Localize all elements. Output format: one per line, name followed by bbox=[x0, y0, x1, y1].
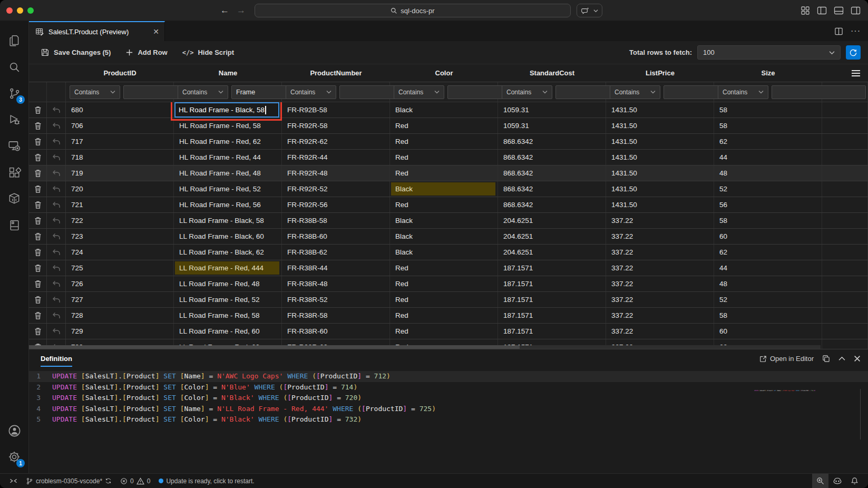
sidebar-item-search[interactable] bbox=[2, 54, 27, 80]
column-header-standardcost[interactable]: StandardCost bbox=[498, 69, 606, 77]
undo-row-button[interactable] bbox=[47, 165, 66, 181]
cell-size[interactable]: 58 bbox=[714, 118, 822, 133]
cell-name[interactable]: LL Road Frame - Red, 48 bbox=[174, 276, 282, 291]
delete-row-button[interactable] bbox=[29, 197, 47, 212]
undo-row-button[interactable] bbox=[47, 118, 66, 133]
accounts-button[interactable] bbox=[2, 417, 27, 444]
table-row[interactable]: 706HL Road Frame - Red, 58FR-R92R-58Red1… bbox=[29, 118, 868, 134]
code-line[interactable]: 5UPDATE [SalesLT].[Product] SET [Color] … bbox=[29, 414, 868, 425]
cell-name[interactable]: HL Road Frame - Red, 62 bbox=[174, 134, 282, 149]
cell-size[interactable]: 60 bbox=[714, 229, 822, 244]
chevron-up-icon[interactable] bbox=[838, 356, 845, 361]
cell-cost[interactable]: 204.6251 bbox=[498, 245, 606, 260]
hide-script-button[interactable]: </> Hide Script bbox=[182, 48, 234, 56]
undo-row-button[interactable] bbox=[47, 197, 66, 212]
cell-id[interactable]: 728 bbox=[66, 308, 174, 323]
cell-id[interactable]: 727 bbox=[66, 292, 174, 307]
cell-cost[interactable]: 187.1571 bbox=[498, 260, 606, 276]
cell-size[interactable]: 48 bbox=[714, 165, 822, 181]
column-header-productid[interactable]: ProductID bbox=[66, 69, 174, 77]
chevron-down-icon[interactable] bbox=[593, 9, 598, 13]
table-row[interactable]: 728LL Road Frame - Red, 58FR-R38R-58Red1… bbox=[29, 308, 868, 324]
column-header-productnumber[interactable]: ProductNumber bbox=[282, 69, 390, 77]
cell-price[interactable]: 337.22 bbox=[606, 308, 714, 323]
undo-row-button[interactable] bbox=[47, 292, 66, 307]
table-row[interactable]: 727LL Road Frame - Red, 52FR-R38R-52Red1… bbox=[29, 292, 868, 308]
cell-name[interactable]: HL Road Frame - Red, 52 bbox=[174, 181, 282, 197]
cell-number[interactable]: FR-R38B-58 bbox=[282, 213, 390, 228]
cell-cost[interactable]: 204.6251 bbox=[498, 229, 606, 244]
cell-id[interactable]: 717 bbox=[66, 134, 174, 149]
cell-color[interactable]: Red bbox=[390, 324, 498, 339]
cell-cost[interactable]: 187.1571 bbox=[498, 292, 606, 307]
column-header-name[interactable]: Name bbox=[174, 69, 282, 77]
cell-price[interactable]: 337.22 bbox=[606, 276, 714, 291]
cell-id[interactable]: 720 bbox=[66, 181, 174, 197]
cell-color[interactable]: Red bbox=[390, 197, 498, 212]
cell-name[interactable]: HL Road Frame - Black, 58 bbox=[174, 102, 282, 118]
cell-number[interactable]: FR-R38R-52 bbox=[282, 292, 390, 307]
undo-row-button[interactable] bbox=[47, 213, 66, 228]
delete-row-button[interactable] bbox=[29, 213, 47, 228]
code-line[interactable]: 3UPDATE [SalesLT].[Product] SET [Color] … bbox=[29, 393, 868, 404]
toggle-secondary-sidebar-icon[interactable] bbox=[851, 6, 861, 15]
cell-size[interactable]: 58 bbox=[714, 308, 822, 323]
code-line[interactable]: 4UPDATE [SalesLT].[Product] SET [Name] =… bbox=[29, 404, 868, 415]
settings-button[interactable]: 1 bbox=[2, 444, 27, 470]
delete-row-button[interactable] bbox=[29, 276, 47, 291]
cell-name[interactable]: HL Road Frame - Red, 48 bbox=[174, 165, 282, 181]
more-actions-icon[interactable]: ··· bbox=[851, 26, 861, 36]
customize-layout-icon[interactable] bbox=[801, 6, 810, 15]
cell-size[interactable]: 52 bbox=[714, 292, 822, 307]
close-panel-icon[interactable] bbox=[854, 355, 861, 362]
cell-id[interactable]: 680 bbox=[66, 102, 174, 118]
cell-number[interactable]: FR-R92R-52 bbox=[282, 181, 390, 197]
cell-id[interactable]: 706 bbox=[66, 118, 174, 133]
cell-color[interactable]: Red bbox=[390, 308, 498, 323]
sidebar-item-run-debug[interactable] bbox=[2, 106, 27, 133]
filter-operator-dropdown-productnumber[interactable]: Contains bbox=[286, 85, 336, 99]
total-rows-select[interactable]: 100 bbox=[697, 45, 841, 60]
cell-id[interactable]: 722 bbox=[66, 213, 174, 228]
cell-number[interactable]: FR-R92R-44 bbox=[282, 150, 390, 165]
table-row[interactable]: 717HL Road Frame - Red, 62FR-R92R-62Red8… bbox=[29, 134, 868, 150]
table-row[interactable]: 725LL Road Frame - Red, 444FR-R38R-44Red… bbox=[29, 260, 868, 276]
delete-row-button[interactable] bbox=[29, 324, 47, 339]
sidebar-item-source-control[interactable]: 3 bbox=[2, 80, 27, 106]
filter-operator-dropdown-color[interactable]: Contains bbox=[394, 85, 444, 99]
cell-id[interactable]: 729 bbox=[66, 324, 174, 339]
minimap[interactable]: UPDATE [SalesLT].[Product] SET [Name] = … bbox=[754, 390, 815, 392]
cell-price[interactable]: 337.22 bbox=[606, 324, 714, 339]
table-row[interactable]: 720HL Road Frame - Red, 52FR-R92R-52Blac… bbox=[29, 181, 868, 197]
column-header-color[interactable]: Color bbox=[390, 69, 498, 77]
undo-row-button[interactable] bbox=[47, 324, 66, 339]
notifications-button[interactable] bbox=[846, 474, 863, 488]
cell-size[interactable]: 48 bbox=[714, 276, 822, 291]
cell-id[interactable]: 719 bbox=[66, 165, 174, 181]
cell-price[interactable]: 337.22 bbox=[606, 260, 714, 276]
cell-number[interactable]: FR-R38R-48 bbox=[282, 276, 390, 291]
cell-name[interactable]: HL Road Frame - Red, 58 bbox=[174, 118, 282, 133]
editor-scrollbar[interactable] bbox=[860, 389, 861, 440]
cell-number[interactable]: FR-R92R-62 bbox=[282, 134, 390, 149]
cell-name[interactable]: LL Road Frame - Red, 52 bbox=[174, 292, 282, 307]
cell-name[interactable]: LL Road Frame - Red, 60 bbox=[174, 324, 282, 339]
delete-row-button[interactable] bbox=[29, 308, 47, 323]
cell-price[interactable]: 337.22 bbox=[606, 245, 714, 260]
cell-cost[interactable]: 187.1571 bbox=[498, 324, 606, 339]
cell-color[interactable]: Black bbox=[390, 213, 498, 228]
code-line[interactable]: 1UPDATE [SalesLT].[Product] SET [Name] =… bbox=[29, 371, 868, 382]
sidebar-item-extensions[interactable] bbox=[2, 159, 27, 186]
undo-row-button[interactable] bbox=[47, 260, 66, 276]
cell-size[interactable]: 62 bbox=[714, 134, 822, 149]
sql-code-editor[interactable]: 1UPDATE [SalesLT].[Product] SET [Name] =… bbox=[29, 368, 868, 473]
cell-price[interactable]: 337.22 bbox=[606, 292, 714, 307]
table-row[interactable]: 718HL Road Frame - Red, 44FR-R92R-44Red8… bbox=[29, 150, 868, 165]
zoom-window-button[interactable] bbox=[27, 7, 34, 14]
cell-price[interactable]: 1431.50 bbox=[606, 118, 714, 133]
cell-size[interactable]: 44 bbox=[714, 260, 822, 276]
remote-indicator[interactable] bbox=[5, 474, 22, 488]
table-row[interactable]: 722LL Road Frame - Black, 58FR-R38B-58Bl… bbox=[29, 213, 868, 229]
column-header-size[interactable]: Size bbox=[714, 69, 822, 77]
cell-name[interactable]: LL Road Frame - Black, 62 bbox=[174, 245, 282, 260]
